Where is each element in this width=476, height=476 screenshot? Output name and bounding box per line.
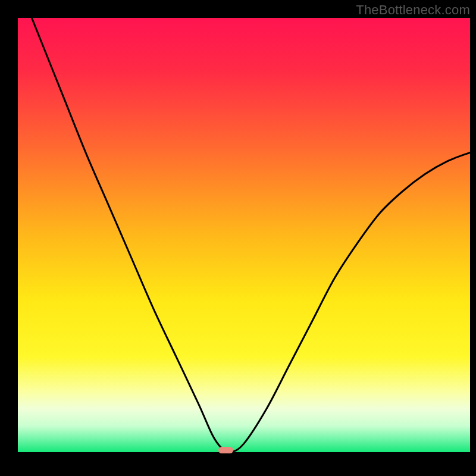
optimal-marker bbox=[218, 447, 233, 454]
watermark-text: TheBottleneck.com bbox=[356, 2, 470, 18]
curve-overlay bbox=[18, 18, 470, 452]
chart-container: TheBottleneck.com bbox=[0, 0, 476, 476]
chart-area bbox=[18, 18, 470, 452]
bottleneck-curve bbox=[18, 18, 470, 452]
